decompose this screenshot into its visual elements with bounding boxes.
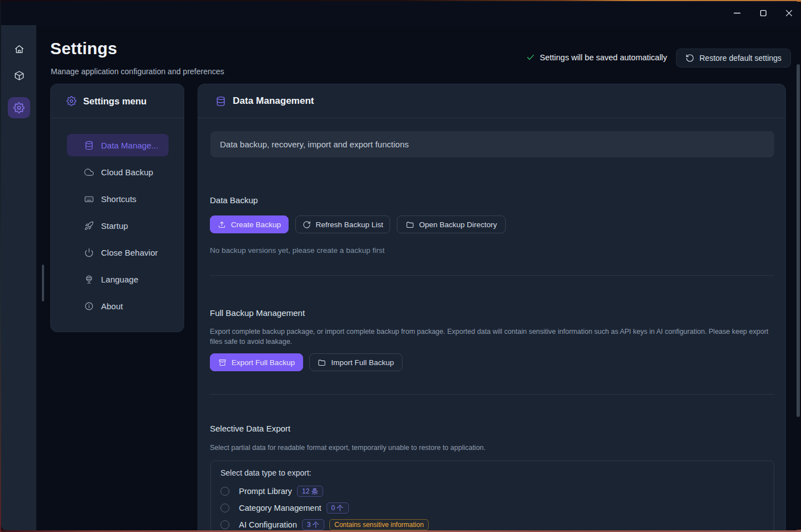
full-backup-title: Full Backup Management [210, 308, 305, 318]
settings-menu-gear-icon [66, 96, 76, 106]
export-option-category-management: Category Management 0 个 [220, 502, 349, 514]
import-full-backup-button[interactable]: Import Full Backup [309, 353, 402, 371]
select-data-type-label: Select data type to export: [220, 468, 311, 477]
menu-item-shortcuts[interactable]: Shortcuts [67, 188, 169, 210]
module-description-box: Data backup, recovery, import and export… [210, 131, 774, 157]
menu-item-about[interactable]: About [67, 295, 169, 317]
selective-export-title: Selective Data Export [210, 424, 290, 433]
create-backup-button[interactable]: Create Backup [210, 215, 289, 233]
minimize-button[interactable] [728, 6, 745, 20]
app-window: Settings Manage application configuratio… [1, 1, 800, 530]
cloud-icon [84, 167, 94, 177]
folder-icon [318, 358, 326, 367]
folder-icon [406, 221, 414, 229]
open-backup-directory-button[interactable]: Open Backup Directory [397, 215, 506, 233]
data-management-card: Data Management Data backup, recovery, i… [198, 84, 786, 530]
database-icon [84, 141, 94, 150]
menu-item-close-behavior[interactable]: Close Behavior [67, 241, 169, 263]
settings-menu-panel: Settings menu Data Manage... Cloud Backu… [50, 84, 184, 332]
restore-defaults-button[interactable]: Restore default settings [676, 49, 791, 68]
export-type-select-box: Select data type to export: Prompt Libra… [210, 461, 774, 530]
titlebar [1, 1, 800, 26]
power-icon [84, 248, 94, 257]
divider [210, 275, 774, 276]
radio-ai-configuration[interactable] [220, 520, 229, 529]
sidebar-item-modules[interactable] [8, 65, 30, 86]
export-option-ai-configuration: AI Configuration 3 个 Contains sensitive … [220, 519, 429, 530]
data-backup-title: Data Backup [210, 195, 258, 205]
keyboard-icon [84, 194, 94, 204]
upload-icon [218, 221, 226, 229]
sidebar-item-settings[interactable] [8, 97, 30, 118]
radio-category-management[interactable] [220, 504, 229, 512]
vertical-scrollbar[interactable] [797, 64, 800, 417]
refresh-backup-list-button[interactable]: Refresh Backup List [295, 215, 390, 233]
minimize-icon [733, 9, 741, 17]
export-full-backup-button[interactable]: Export Full Backup [210, 353, 303, 371]
menu-item-cloud-backup[interactable]: Cloud Backup [67, 161, 169, 183]
home-icon [14, 44, 25, 55]
count-badge: 12 条 [297, 486, 323, 497]
autosave-note: Settings will be saved automatically [526, 52, 667, 62]
refresh-icon [303, 221, 311, 229]
globe-icon [84, 275, 94, 284]
database-icon [215, 96, 226, 107]
sidebar-item-home[interactable] [8, 39, 30, 60]
full-backup-description: Export complete backup package, or impor… [210, 327, 773, 347]
menu-item-language[interactable]: Language [67, 268, 169, 290]
maximize-button[interactable] [755, 6, 771, 20]
gear-icon [13, 102, 25, 113]
divider [210, 394, 774, 395]
page-subtitle: Manage application configuration and pre… [51, 67, 224, 76]
autosave-note-text: Settings will be saved automatically [540, 53, 667, 62]
settings-menu-title: Settings menu [83, 96, 147, 107]
close-button[interactable] [780, 6, 797, 20]
settings-menu-header: Settings menu [51, 84, 184, 118]
close-icon [785, 9, 793, 17]
module-description: Data backup, recovery, import and export… [220, 140, 409, 149]
maximize-icon [760, 9, 767, 17]
restore-icon [685, 54, 694, 63]
sensitive-warning-badge: Contains sensitive information [329, 519, 429, 530]
page-title: Settings [50, 39, 117, 58]
card-header: Data Management [198, 84, 785, 118]
count-badge: 3 个 [302, 519, 324, 530]
radio-prompt-library[interactable] [220, 487, 229, 496]
menu-item-startup[interactable]: Startup [67, 214, 169, 237]
card-title: Data Management [233, 95, 314, 107]
selective-export-description: Select partial data for readable format … [210, 443, 773, 453]
app-sidebar [1, 25, 36, 530]
menu-item-data-management[interactable]: Data Manage... [67, 134, 169, 156]
package-icon [14, 70, 25, 81]
rocket-icon [84, 221, 94, 231]
archive-icon [218, 358, 227, 367]
check-icon [526, 52, 535, 62]
count-badge: 0 个 [327, 502, 349, 514]
panel-drag-handle[interactable] [42, 265, 44, 301]
info-icon [84, 301, 94, 311]
export-option-prompt-library: Prompt Library 12 条 [220, 485, 323, 497]
no-backup-note: No backup versions yet, please create a … [210, 246, 385, 255]
